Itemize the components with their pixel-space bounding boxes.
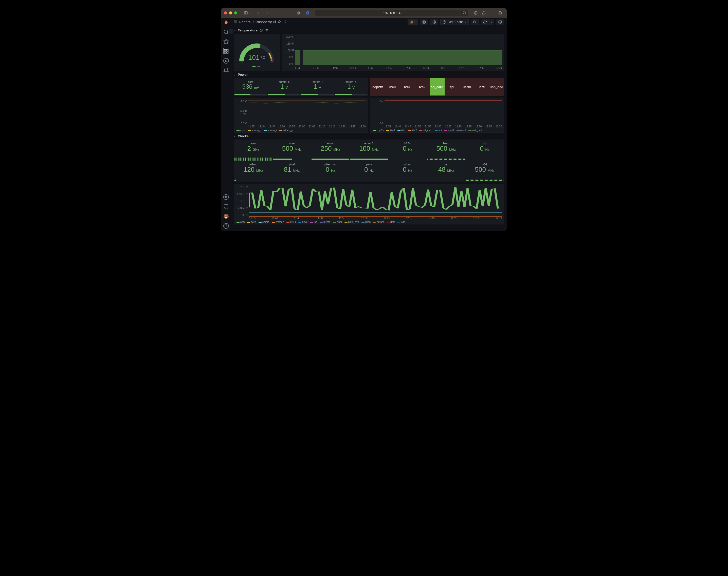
maximize-window-button[interactable] — [234, 11, 237, 15]
svg-rect-36 — [411, 21, 412, 23]
svg-rect-27 — [236, 22, 237, 23]
svg-point-10 — [224, 30, 227, 33]
save-dashboard-button[interactable] — [420, 19, 428, 25]
dashboards-icon[interactable] — [223, 48, 229, 54]
server-admin-icon[interactable] — [223, 204, 229, 210]
downloads-button[interactable] — [472, 10, 479, 16]
user-avatar-icon[interactable] — [223, 213, 229, 219]
privacy-shield-icon[interactable] — [295, 10, 302, 16]
time-range-picker[interactable]: Last 1 hour⌄ — [440, 19, 469, 25]
grafana-logo-icon[interactable] — [223, 19, 229, 25]
row-settings-icon[interactable] — [260, 29, 263, 32]
panel-clocks-timeseries[interactable]: 2 GHz1.50 GHz1 GHz500 MHz0 Hz — [234, 184, 504, 224]
browser-titlebar: ⌄ 192.168.1.4 — [221, 8, 507, 18]
svg-rect-0 — [244, 12, 247, 15]
nav-back-button[interactable] — [254, 10, 262, 16]
refresh-interval-picker[interactable]: ⌄ — [489, 19, 494, 25]
row-header-clocks[interactable]: ⌄ Clocks — [234, 133, 504, 140]
kiosk-mode-button[interactable] — [496, 19, 504, 25]
caret-down-icon: ⌄ — [234, 29, 236, 32]
svg-point-31 — [283, 21, 284, 22]
throttle-spi: spi — [444, 78, 460, 95]
row-title: Power — [238, 73, 248, 77]
sidebar-menu-chevron-icon[interactable]: ⌄ — [249, 12, 251, 14]
refresh-button[interactable] — [481, 19, 489, 25]
extension-1password-icon[interactable] — [304, 10, 311, 16]
clock-emmc2: emmc2100 MHz — [350, 140, 388, 161]
panel-voltage-timeseries[interactable]: 1.0 V500.0 mV0.0 V 11:3511:4011:4511:501… — [234, 98, 368, 133]
help-icon[interactable] — [223, 223, 229, 229]
panel-power-stats[interactable]: core936 mVsdram_c1 Vsdram_i1 Vsdram_p1 V — [234, 78, 368, 96]
minimize-window-button[interactable] — [229, 11, 232, 15]
grafana-app: › General / Raspberry Pi + — [221, 18, 507, 231]
dashboard-settings-button[interactable] — [430, 19, 438, 25]
gauge-legend: soc — [252, 65, 261, 68]
throttle-uart1: uart1 — [474, 78, 489, 95]
svg-rect-43 — [498, 21, 502, 23]
breadcrumb-root[interactable]: General — [239, 20, 251, 24]
svg-point-19 — [225, 196, 227, 198]
clock-core: core500 MHz — [272, 140, 311, 161]
svg-point-30 — [285, 20, 286, 21]
dashboard-toolbar: General / Raspberry Pi + Last 1 hour⌄ ⌄ — [231, 18, 507, 26]
alerting-icon[interactable] — [223, 67, 229, 74]
row-title: Clocks — [238, 134, 249, 138]
share-button[interactable] — [480, 10, 487, 16]
svg-rect-3 — [307, 12, 308, 14]
sidebar-expand-button[interactable]: › — [228, 29, 233, 33]
svg-rect-16 — [224, 52, 225, 53]
panel-grid-icon — [234, 20, 237, 24]
row-delete-icon[interactable] — [265, 29, 269, 32]
throttle-i2c1: i2c1 — [400, 78, 415, 95]
svg-marker-29 — [278, 20, 281, 23]
configuration-icon[interactable] — [223, 194, 229, 200]
nav-forward-button[interactable] — [264, 10, 271, 16]
clock-arm: arm2 GHz — [234, 140, 272, 161]
new-tab-button[interactable] — [488, 10, 495, 16]
svg-rect-15 — [226, 52, 228, 53]
panel-state-timeseries[interactable]: OnOff 11:3511:4011:4511:5011:5512:0012:0… — [370, 98, 505, 133]
clock-uart: uart48 MHz — [427, 161, 465, 182]
share-dashboard-icon[interactable] — [282, 20, 286, 24]
stat-sdram_c: sdram_c1 V — [267, 78, 301, 95]
panel-clocks-stats[interactable]: arm2 GHzcore500 MHzemmc250 MHzemmc2100 M… — [234, 140, 504, 161]
svg-rect-35 — [410, 22, 411, 23]
caret-down-icon: ⌄ — [234, 135, 236, 138]
svg-point-46 — [261, 30, 262, 31]
svg-rect-48 — [295, 51, 300, 65]
clock-pixel: pixel81 MHz — [272, 161, 311, 182]
reload-icon[interactable] — [463, 11, 466, 15]
throttle-sd_card: sd_card — [430, 78, 444, 95]
star-dashboard-icon[interactable] — [277, 20, 281, 24]
row-header-temperature[interactable]: ⌄ Temperature — [234, 27, 504, 34]
explore-icon[interactable] — [223, 58, 229, 64]
add-panel-button[interactable]: + — [408, 19, 418, 25]
clock-sdram: sdram0 Hz — [388, 161, 427, 182]
search-icon[interactable] — [223, 29, 229, 35]
url-text: 192.168.1.4 — [383, 11, 401, 15]
svg-point-17 — [223, 58, 228, 63]
svg-line-33 — [284, 22, 285, 22]
star-icon[interactable] — [223, 38, 229, 45]
url-bar[interactable]: 192.168.1.4 — [315, 10, 468, 16]
close-window-button[interactable] — [224, 11, 227, 15]
svg-rect-28 — [234, 22, 235, 23]
svg-rect-37 — [412, 21, 413, 23]
svg-marker-18 — [225, 60, 227, 62]
svg-rect-26 — [236, 20, 237, 21]
svg-point-47 — [260, 29, 263, 32]
zoom-out-button[interactable] — [471, 19, 479, 25]
panel-clocks-stats-2[interactable]: m2mc120 MHzpixel81 MHzpixel_bvb0 Hzpwm0 … — [234, 161, 504, 182]
row-header-power[interactable]: ⌄ Power — [234, 71, 504, 78]
stat-sdram_p: sdram_p1 V — [334, 78, 368, 95]
panel-throttle-status[interactable]: ccp2txi2c0i2c1i2c2sd_cardspiuart0uart1us… — [370, 78, 505, 96]
panel-temperature-timeseries[interactable]: 200 °F150 °F100 °F50 °F0 °F 11:3511:4011… — [282, 34, 504, 71]
svg-rect-9 — [500, 12, 502, 15]
svg-rect-14 — [226, 49, 228, 51]
panel-temperature-gauge[interactable]: 101°F soc — [234, 34, 280, 71]
svg-point-32 — [285, 22, 286, 23]
throttle-i2c2: i2c2 — [415, 78, 430, 95]
tabs-overview-button[interactable] — [496, 10, 504, 16]
sidebar-toggle-button[interactable] — [242, 10, 249, 16]
breadcrumb-page[interactable]: Raspberry Pi — [255, 20, 276, 24]
